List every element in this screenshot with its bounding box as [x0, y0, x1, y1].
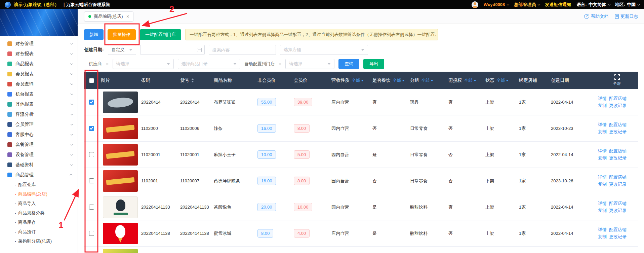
sidebar-item-other-report[interactable]: 其他报表: [0, 99, 78, 109]
date-input[interactable]: [143, 47, 197, 52]
auto-config-select[interactable]: 请选择: [285, 59, 334, 69]
action-link[interactable]: 详情: [598, 227, 607, 233]
sidebar-item-member-report[interactable]: 会员报表: [0, 69, 78, 79]
column-header[interactable]: 条码: [139, 72, 178, 89]
column-header[interactable]: 会员价: [292, 72, 329, 89]
action-link[interactable]: 配置店铺: [609, 201, 627, 207]
sidebar-subitem[interactable]: 商品预订: [0, 227, 78, 237]
sidebar-subitem[interactable]: 商品编码(总店): [0, 189, 78, 199]
action-link[interactable]: 复制: [598, 155, 607, 161]
column-header[interactable]: 绑定店铺: [517, 72, 549, 89]
sidebar-item-combo-manage[interactable]: 套餐管理: [0, 140, 78, 150]
column-header[interactable]: 商品名称: [212, 72, 255, 89]
service-center-icon: [7, 132, 12, 137]
catalog-select[interactable]: 选择商品目录: [178, 59, 240, 69]
sidebar-item-device-manage[interactable]: 设备管理: [0, 150, 78, 160]
row-checkbox[interactable]: [89, 231, 94, 236]
action-link[interactable]: 详情: [598, 148, 607, 154]
action-link[interactable]: 更改记录: [609, 129, 627, 135]
column-header[interactable]: 营收性质 全部: [329, 72, 370, 89]
store-select[interactable]: 选择店铺: [280, 45, 368, 55]
create-date-cell: 2023-10-26: [549, 178, 596, 183]
action-link[interactable]: 复制: [598, 234, 607, 240]
action-link[interactable]: 复制: [598, 181, 607, 187]
export-button[interactable]: 导出: [363, 59, 384, 69]
column-filter[interactable]: 全部: [464, 78, 476, 83]
column-filter[interactable]: 全部: [421, 78, 433, 83]
nonmember-price-badge: 16.00: [257, 177, 276, 185]
tab-product-codes[interactable]: 商品编码(总店) ×: [84, 11, 133, 22]
sidebar-item-basic-data[interactable]: 基础资料: [0, 160, 78, 170]
sort-icon[interactable]: [191, 78, 194, 82]
column-header[interactable]: 是否餐饮 全部: [370, 72, 408, 89]
action-link[interactable]: 详情: [598, 122, 607, 128]
action-link[interactable]: 详情: [598, 201, 607, 207]
action-link[interactable]: 配置店铺: [609, 227, 627, 233]
sidebar-item-service-center[interactable]: 客服中心: [0, 130, 78, 140]
user-avatar[interactable]: [472, 1, 478, 8]
sidebar-item-member-manage[interactable]: 会员管理: [0, 119, 78, 130]
role-menu[interactable]: 总部管理员: [514, 2, 539, 8]
send-sms-link[interactable]: 发送短信通知: [545, 2, 571, 8]
column-header[interactable]: 分组 全部: [408, 72, 446, 89]
sidebar-subitem[interactable]: 商品库存: [0, 218, 78, 227]
action-link[interactable]: 更改记录: [609, 103, 627, 109]
action-link[interactable]: 配置店铺: [609, 122, 627, 128]
sidebar-item-machine-report[interactable]: 机台报表: [0, 89, 78, 99]
action-link[interactable]: 更改记录: [609, 234, 627, 240]
row-checkbox[interactable]: [89, 152, 94, 157]
sidebar-item-goods-report[interactable]: 商品报表: [0, 59, 78, 69]
column-header[interactable]: 状态 全部: [483, 72, 517, 89]
action-link[interactable]: 配置店铺: [609, 148, 627, 154]
column-filter[interactable]: 全部: [393, 78, 405, 83]
add-button[interactable]: 新增: [84, 29, 104, 40]
sidebar-item-finance[interactable]: 财务管理: [0, 39, 78, 49]
help-docs-link[interactable]: ? 帮助文档: [584, 13, 608, 20]
sidebar-subitem[interactable]: 配置仓库: [0, 180, 78, 189]
column-header[interactable]: 非会员价: [255, 72, 292, 89]
action-link[interactable]: 详情: [598, 174, 607, 180]
action-link[interactable]: 配置店铺: [609, 174, 627, 180]
action-link[interactable]: 复制: [598, 129, 607, 135]
action-link[interactable]: 更改记录: [609, 181, 627, 187]
sidebar-subitem[interactable]: 商品规格分类: [0, 208, 78, 218]
tab-close-icon[interactable]: ×: [126, 13, 129, 19]
sidebar-subitem[interactable]: 商品导入: [0, 199, 78, 208]
language-menu[interactable]: 语言: 中文简体: [576, 2, 609, 8]
one-click-config-button[interactable]: 一键配置到门店: [140, 29, 181, 40]
column-header[interactable]: 需授权 全部: [446, 72, 483, 89]
select-all-checkbox[interactable]: [89, 78, 94, 83]
query-button[interactable]: 查询: [338, 59, 359, 69]
supplier-select[interactable]: 请选择: [113, 59, 174, 69]
fullscreen-button[interactable]: 全屏: [613, 74, 621, 86]
sidebar-item-traffic-analysis[interactable]: 客流分析: [0, 109, 78, 119]
column-header[interactable]: 图片: [99, 72, 139, 89]
date-range-input[interactable]: [140, 45, 205, 55]
sidebar-item-finance-report[interactable]: 财务报表: [0, 49, 78, 59]
action-link[interactable]: 复制: [598, 208, 607, 214]
date-mode-select[interactable]: 自定义: [108, 45, 136, 55]
sidebar-item-goods-manage[interactable]: 商品管理: [0, 170, 78, 180]
search-input[interactable]: [209, 45, 276, 55]
column-header[interactable]: 货号: [178, 72, 212, 89]
action-link[interactable]: 更改记录: [609, 208, 627, 214]
batch-operation-button[interactable]: 批量操作: [108, 29, 136, 40]
action-link[interactable]: 详情: [598, 96, 607, 102]
username-menu[interactable]: Wxyd0008: [484, 2, 509, 7]
column-filter[interactable]: 全部: [352, 78, 364, 83]
sidebar-subitem[interactable]: 采购到分店(总店): [0, 237, 78, 246]
row-checkbox[interactable]: [89, 100, 94, 105]
chevron-down-icon: [327, 63, 331, 65]
column-header[interactable]: 创建日期: [549, 72, 596, 89]
region-menu[interactable]: 地区: 中国: [615, 2, 639, 8]
action-link[interactable]: 复制: [598, 103, 607, 109]
row-checkbox[interactable]: [89, 178, 94, 183]
sidebar-item-member-query[interactable]: 会员查询: [0, 79, 78, 89]
column-filter[interactable]: 全部: [496, 78, 509, 83]
action-link[interactable]: 配置店铺: [609, 96, 627, 102]
changelog-link[interactable]: 更新日志: [615, 13, 638, 20]
action-link[interactable]: 更改记录: [609, 155, 627, 161]
row-checkbox[interactable]: [89, 205, 94, 210]
document-icon: [615, 14, 619, 19]
row-checkbox[interactable]: [89, 126, 94, 131]
